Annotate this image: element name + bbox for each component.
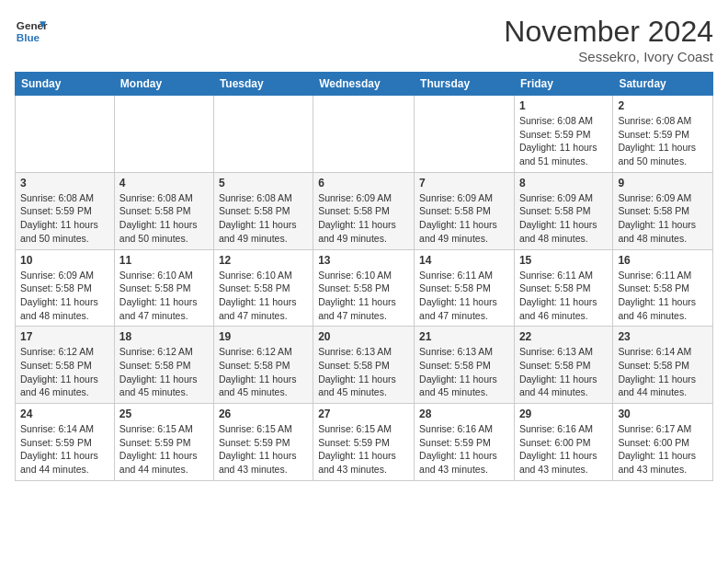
calendar-day-cell: 2Sunrise: 6:08 AMSunset: 5:59 PMDaylight… [613,96,713,173]
calendar-day-cell [313,96,415,173]
day-info: Sunrise: 6:08 AMSunset: 5:58 PMDaylight:… [119,191,209,246]
day-number: 24 [20,408,109,420]
day-info: Sunrise: 6:17 AMSunset: 6:00 PMDaylight:… [618,422,708,477]
day-number: 11 [119,254,209,267]
calendar-day-cell: 6Sunrise: 6:09 AMSunset: 5:58 PMDaylight… [313,172,415,249]
logo: General Blue [15,15,48,48]
page-header: General Blue November 2024 Sessekro, Ivo… [15,15,713,64]
calendar-day-cell: 25Sunrise: 6:15 AMSunset: 5:59 PMDayligh… [114,404,213,481]
day-info: Sunrise: 6:13 AMSunset: 5:58 PMDaylight:… [318,345,409,399]
day-info: Sunrise: 6:15 AMSunset: 5:59 PMDaylight:… [318,422,409,477]
calendar-day-cell: 30Sunrise: 6:17 AMSunset: 6:00 PMDayligh… [613,404,713,481]
day-info: Sunrise: 6:11 AMSunset: 5:58 PMDaylight:… [519,269,608,323]
calendar-day-cell: 19Sunrise: 6:12 AMSunset: 5:58 PMDayligh… [213,327,313,404]
day-number: 14 [419,254,509,267]
calendar-day-header: Wednesday [313,73,415,96]
location-subtitle: Sessekro, Ivory Coast [504,49,713,64]
calendar-week-row: 3Sunrise: 6:08 AMSunset: 5:59 PMDaylight… [16,172,713,249]
day-info: Sunrise: 6:11 AMSunset: 5:58 PMDaylight:… [419,269,509,323]
calendar-day-cell: 21Sunrise: 6:13 AMSunset: 5:58 PMDayligh… [415,327,515,404]
svg-text:Blue: Blue [17,31,40,43]
day-number: 18 [119,330,209,343]
calendar-week-row: 17Sunrise: 6:12 AMSunset: 5:58 PMDayligh… [16,327,713,404]
day-number: 12 [219,254,308,267]
logo-icon: General Blue [15,15,48,48]
calendar-day-cell: 13Sunrise: 6:10 AMSunset: 5:58 PMDayligh… [313,249,415,327]
day-info: Sunrise: 6:08 AMSunset: 5:58 PMDaylight:… [219,191,308,246]
calendar-day-cell: 28Sunrise: 6:16 AMSunset: 5:59 PMDayligh… [415,404,515,481]
calendar-day-cell: 1Sunrise: 6:08 AMSunset: 5:59 PMDaylight… [514,96,612,173]
day-number: 19 [219,330,308,343]
day-info: Sunrise: 6:13 AMSunset: 5:58 PMDaylight:… [519,345,608,399]
calendar-body: 1Sunrise: 6:08 AMSunset: 5:59 PMDaylight… [16,96,713,481]
day-info: Sunrise: 6:08 AMSunset: 5:59 PMDaylight:… [618,114,708,168]
day-info: Sunrise: 6:15 AMSunset: 5:59 PMDaylight:… [219,422,308,477]
day-number: 22 [519,330,608,343]
calendar-day-header: Tuesday [213,73,313,96]
calendar-day-cell [415,96,515,173]
calendar-day-cell: 9Sunrise: 6:09 AMSunset: 5:58 PMDaylight… [613,172,713,249]
day-number: 28 [419,408,509,420]
calendar-day-cell [213,96,313,173]
day-info: Sunrise: 6:14 AMSunset: 5:59 PMDaylight:… [20,422,109,477]
day-info: Sunrise: 6:10 AMSunset: 5:58 PMDaylight:… [219,269,308,323]
day-number: 5 [219,177,308,190]
day-number: 3 [20,177,109,190]
calendar-day-cell: 10Sunrise: 6:09 AMSunset: 5:58 PMDayligh… [16,249,115,327]
day-number: 29 [519,408,608,420]
day-info: Sunrise: 6:15 AMSunset: 5:59 PMDaylight:… [119,422,209,477]
calendar-day-cell: 27Sunrise: 6:15 AMSunset: 5:59 PMDayligh… [313,404,415,481]
day-info: Sunrise: 6:08 AMSunset: 5:59 PMDaylight:… [519,114,608,168]
calendar-day-cell: 26Sunrise: 6:15 AMSunset: 5:59 PMDayligh… [213,404,313,481]
calendar-day-header: Friday [514,73,612,96]
day-info: Sunrise: 6:16 AMSunset: 6:00 PMDaylight:… [519,422,608,477]
day-number: 1 [519,99,608,112]
day-info: Sunrise: 6:10 AMSunset: 5:58 PMDaylight:… [119,269,209,323]
calendar-table: SundayMondayTuesdayWednesdayThursdayFrid… [15,72,713,481]
day-number: 20 [318,330,409,343]
calendar-day-header: Saturday [613,73,713,96]
calendar-week-row: 24Sunrise: 6:14 AMSunset: 5:59 PMDayligh… [16,404,713,481]
calendar-day-cell: 11Sunrise: 6:10 AMSunset: 5:58 PMDayligh… [114,249,213,327]
calendar-day-cell: 29Sunrise: 6:16 AMSunset: 6:00 PMDayligh… [514,404,612,481]
day-info: Sunrise: 6:08 AMSunset: 5:59 PMDaylight:… [20,191,109,246]
day-number: 6 [318,177,409,190]
day-info: Sunrise: 6:13 AMSunset: 5:58 PMDaylight:… [419,345,509,399]
calendar-day-cell: 7Sunrise: 6:09 AMSunset: 5:58 PMDaylight… [415,172,515,249]
calendar-day-cell: 22Sunrise: 6:13 AMSunset: 5:58 PMDayligh… [514,327,612,404]
day-info: Sunrise: 6:16 AMSunset: 5:59 PMDaylight:… [419,422,509,477]
day-number: 15 [519,254,608,267]
day-number: 26 [219,408,308,420]
calendar-header-row: SundayMondayTuesdayWednesdayThursdayFrid… [16,73,713,96]
calendar-day-cell: 17Sunrise: 6:12 AMSunset: 5:58 PMDayligh… [16,327,115,404]
day-number: 17 [20,330,109,343]
calendar-day-cell: 12Sunrise: 6:10 AMSunset: 5:58 PMDayligh… [213,249,313,327]
calendar-day-cell [114,96,213,173]
calendar-day-cell: 14Sunrise: 6:11 AMSunset: 5:58 PMDayligh… [415,249,515,327]
day-info: Sunrise: 6:12 AMSunset: 5:58 PMDaylight:… [20,345,109,399]
day-info: Sunrise: 6:09 AMSunset: 5:58 PMDaylight:… [618,191,708,246]
calendar-day-header: Sunday [16,73,115,96]
day-number: 21 [419,330,509,343]
day-number: 27 [318,408,409,420]
day-info: Sunrise: 6:09 AMSunset: 5:58 PMDaylight:… [419,191,509,246]
day-number: 23 [618,330,708,343]
calendar-day-cell: 5Sunrise: 6:08 AMSunset: 5:58 PMDaylight… [213,172,313,249]
calendar-day-cell: 8Sunrise: 6:09 AMSunset: 5:58 PMDaylight… [514,172,612,249]
calendar-day-cell: 4Sunrise: 6:08 AMSunset: 5:58 PMDaylight… [114,172,213,249]
day-number: 30 [618,408,708,420]
calendar-week-row: 10Sunrise: 6:09 AMSunset: 5:58 PMDayligh… [16,249,713,327]
day-number: 13 [318,254,409,267]
day-info: Sunrise: 6:09 AMSunset: 5:58 PMDaylight:… [20,269,109,323]
day-number: 2 [618,99,708,112]
title-block: November 2024 Sessekro, Ivory Coast [504,15,713,64]
month-title: November 2024 [504,15,713,49]
calendar-week-row: 1Sunrise: 6:08 AMSunset: 5:59 PMDaylight… [16,96,713,173]
calendar-day-header: Thursday [415,73,515,96]
day-number: 8 [519,177,608,190]
day-info: Sunrise: 6:12 AMSunset: 5:58 PMDaylight:… [219,345,308,399]
day-info: Sunrise: 6:12 AMSunset: 5:58 PMDaylight:… [119,345,209,399]
calendar-day-cell: 16Sunrise: 6:11 AMSunset: 5:58 PMDayligh… [613,249,713,327]
calendar-day-cell: 18Sunrise: 6:12 AMSunset: 5:58 PMDayligh… [114,327,213,404]
day-info: Sunrise: 6:09 AMSunset: 5:58 PMDaylight:… [318,191,409,246]
